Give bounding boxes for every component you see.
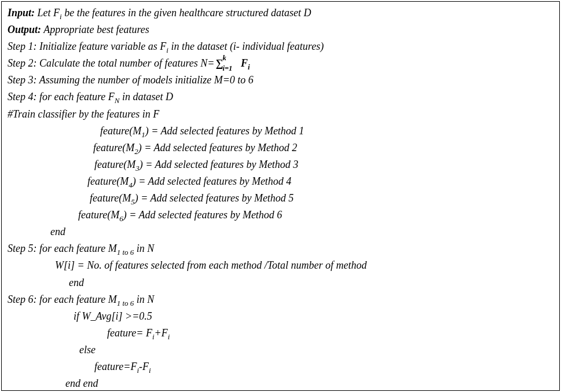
m3-a: feature(M	[94, 159, 135, 170]
sigma-top: k	[222, 53, 226, 63]
output-label: Output:	[8, 24, 41, 35]
sigma-term-sub: i	[248, 63, 250, 71]
m2-a: feature(M	[93, 142, 134, 153]
step6-sub: 1 to 6	[117, 298, 134, 307]
train-comment: #Train classifier by the features in F	[8, 107, 553, 122]
input-line: Input: Let Fi be the features in the giv…	[8, 5, 553, 20]
step4-a: Step 4: for each feature F	[8, 91, 115, 102]
input-text-2: be the features in the given healthcare …	[62, 7, 311, 19]
feat-add-sub2: i	[168, 332, 170, 340]
feat-add-b: +F	[155, 327, 168, 339]
m4-b: ) = Add selected features by Method 4	[133, 175, 292, 187]
m4-a: feature(M	[87, 175, 129, 187]
input-label: Input:	[8, 7, 35, 19]
feature-sub: feature=Fi-Fi	[8, 359, 553, 374]
feat-sub-sub2: i	[149, 366, 151, 375]
feature-m1: feature(M1) = Add selected features by M…	[8, 123, 553, 138]
step-6: Step 6: for each feature M1 to 6 in N	[8, 292, 553, 307]
feat-sub-a: feature=F	[94, 361, 137, 372]
feature-add: feature= Fi+Fi	[8, 325, 553, 340]
w-line: W[i] = No. of features selected from eac…	[8, 258, 553, 273]
algorithm-box: Input: Let Fi be the features in the giv…	[1, 1, 560, 391]
m6-b: ) = Add selected features by Method 6	[123, 209, 283, 221]
feat-add-a: feature= F	[107, 327, 152, 339]
m6-a: feature(M	[78, 209, 119, 221]
step-5: Step 5: for each feature M1 to 6 in N	[8, 241, 553, 256]
output-line: Output: Appropriate best features	[8, 22, 553, 37]
step5-b: in N	[134, 243, 154, 254]
step1-b: in the dataset (i- individual features)	[168, 41, 324, 52]
feat-sub-b: -F	[139, 361, 149, 372]
input-text-1: Let F	[35, 7, 60, 19]
feature-m2: feature(M2) = Add selected features by M…	[8, 140, 553, 155]
output-text: Appropriate best features	[41, 24, 149, 35]
end-end: end end	[8, 376, 553, 391]
feature-m3: feature(M3) = Add selected features by M…	[8, 157, 553, 172]
m5-b: ) = Add selected features by Method 5	[135, 192, 294, 204]
end-2: end	[8, 275, 553, 290]
feature-m4: feature(M4) = Add selected features by M…	[8, 174, 553, 189]
step1-a: Step 1: Initialize feature variable as F	[8, 41, 166, 52]
m1-b: ) = Add selected features by Method 1	[145, 125, 305, 137]
step5-a: Step 5: for each feature M	[8, 243, 117, 254]
summation: ∑ki=1	[215, 56, 223, 71]
m5-a: feature(M	[90, 192, 131, 204]
end-1: end	[8, 224, 553, 239]
feature-m6: feature(M6) = Add selected features by M…	[8, 207, 553, 222]
step6-a: Step 6: for each feature M	[8, 294, 117, 305]
if-line: if W_Avg[i] >=0.5	[8, 309, 553, 324]
step-2: Step 2: Calculate the total number of fe…	[8, 56, 553, 71]
step6-b: in N	[134, 294, 154, 305]
m3-b: ) = Add selected features by Method 3	[140, 159, 299, 170]
m2-b: ) = Add selected features by Method 2	[138, 142, 298, 153]
sigma-bot: i=1	[222, 63, 232, 74]
else-line: else	[8, 342, 553, 357]
step-4: Step 4: for each feature FN in dataset D	[8, 89, 553, 104]
sigma-term-a: F	[241, 57, 248, 69]
m1-a: feature(M	[100, 125, 141, 137]
step5-sub: 1 to 6	[117, 248, 134, 257]
step4-b: in dataset D	[119, 91, 173, 102]
step2-a: Step 2: Calculate the total number of fe…	[8, 57, 214, 69]
step-1: Step 1: Initialize feature variable as F…	[8, 39, 553, 54]
step-3: Step 3: Assuming the number of models in…	[8, 72, 553, 87]
feature-m5: feature(M5) = Add selected features by M…	[8, 190, 553, 206]
